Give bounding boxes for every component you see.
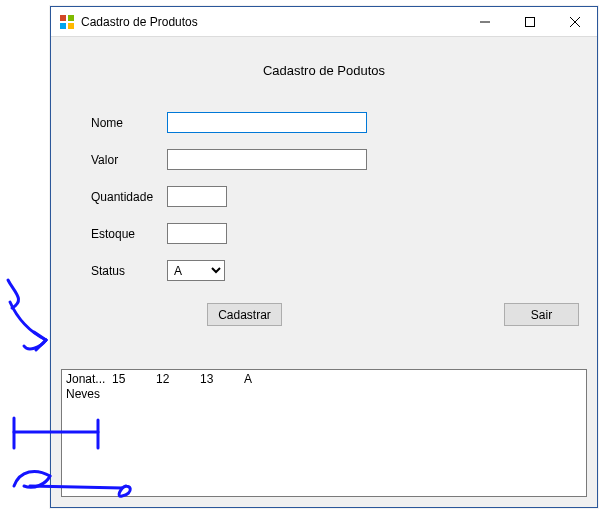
list-item[interactable]: Jonat... 15 12 13 A [66, 372, 582, 387]
label-status: Status [91, 264, 167, 278]
cell-status: A [244, 372, 284, 387]
window-cadastro-produtos: Cadastro de Produtos Cadastro de Podutos… [50, 6, 598, 508]
svg-rect-1 [68, 15, 74, 21]
window-title: Cadastro de Produtos [81, 15, 198, 29]
input-nome[interactable] [167, 112, 367, 133]
input-valor[interactable] [167, 149, 367, 170]
label-valor: Valor [91, 153, 167, 167]
minimize-button[interactable] [462, 7, 507, 37]
cell-estoque: 13 [200, 372, 244, 387]
input-quantidade[interactable] [167, 186, 227, 207]
label-nome: Nome [91, 116, 167, 130]
results-listbox[interactable]: Jonat... 15 12 13 A Neves [61, 369, 587, 497]
maximize-button[interactable] [507, 7, 552, 37]
cell-valor: 15 [112, 372, 156, 387]
close-button[interactable] [552, 7, 597, 37]
cadastrar-button[interactable]: Cadastrar [207, 303, 282, 326]
cell-quantidade: 12 [156, 372, 200, 387]
label-estoque: Estoque [91, 227, 167, 241]
select-status[interactable]: A [167, 260, 225, 281]
svg-rect-3 [68, 23, 74, 29]
button-bar: Cadastrar Sair [91, 303, 597, 326]
page-title: Cadastro de Podutos [51, 37, 597, 78]
list-item[interactable]: Neves [66, 387, 582, 402]
input-estoque[interactable] [167, 223, 227, 244]
cell-nome-line2: Neves [66, 387, 112, 402]
svg-rect-5 [525, 17, 534, 26]
client-area: Cadastro de Podutos Nome Valor Quantidad… [51, 37, 597, 507]
svg-rect-2 [60, 23, 66, 29]
label-quantidade: Quantidade [91, 190, 167, 204]
app-icon [59, 14, 75, 30]
titlebar: Cadastro de Produtos [51, 7, 597, 37]
cell-nome: Jonat... [66, 372, 112, 387]
sair-button[interactable]: Sair [504, 303, 579, 326]
svg-rect-0 [60, 15, 66, 21]
form: Nome Valor Quantidade Estoque Status A [51, 112, 597, 326]
